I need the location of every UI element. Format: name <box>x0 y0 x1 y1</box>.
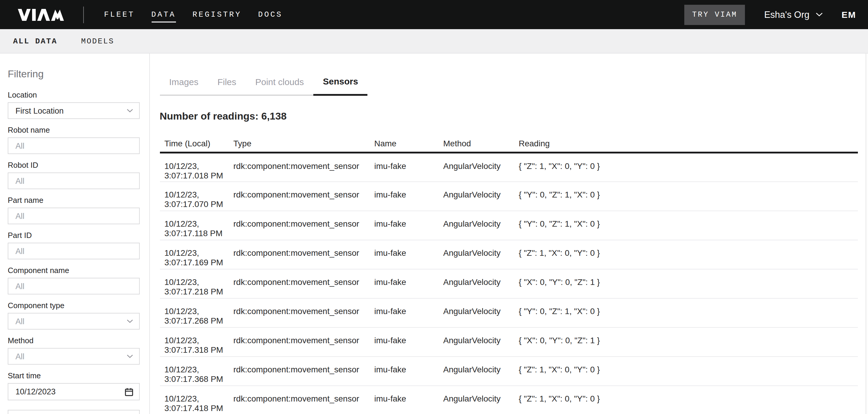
cell-type: rdk:component:movement_sensor <box>228 211 370 240</box>
cell-time-date: 10/12/23, <box>164 306 224 316</box>
cell-method: AngularVelocity <box>438 240 514 269</box>
subnav-item-models[interactable]: MODELS <box>81 37 115 46</box>
table-row: 10/12/23, 3:07:17.368 PM rdk:component:m… <box>160 356 858 385</box>
cell-reading: { "X": 0, "Y": 0, "Z": 1 } <box>514 269 858 298</box>
table-header-row: Time (Local) Type Name Method Reading <box>160 138 858 152</box>
component-type-select[interactable]: All <box>8 313 140 329</box>
location-select[interactable]: First Location <box>8 102 140 119</box>
cell-name: imu-fake <box>370 269 438 298</box>
filter-part-id: Part ID <box>8 231 140 259</box>
cell-time-date: 10/12/23, <box>164 218 224 228</box>
sensor-readings-table: Time (Local) Type Name Method Reading 10… <box>160 138 858 414</box>
calendar-icon[interactable] <box>125 387 133 396</box>
cell-type: rdk:component:movement_sensor <box>228 385 370 414</box>
cell-type: rdk:component:movement_sensor <box>228 181 370 211</box>
avatar[interactable]: EM <box>841 9 856 20</box>
cell-time-clock: 3:07:17.318 PM <box>164 345 224 354</box>
readings-label: Number of readings: <box>160 110 259 122</box>
cell-name: imu-fake <box>370 181 438 211</box>
method-label: Method <box>8 337 140 345</box>
method-select[interactable]: All <box>8 348 140 365</box>
data-type-tabs: Images Files Point clouds Sensors <box>160 76 858 95</box>
nav-item-data[interactable]: DATA <box>151 6 176 23</box>
robot-id-input[interactable] <box>8 173 140 189</box>
filter-start-time: Start time 10/12/2023 03:07:00 PM <box>8 372 140 414</box>
org-name: Esha's Org <box>764 9 809 20</box>
table-row: 10/12/23, 3:07:17.268 PM rdk:component:m… <box>160 298 858 327</box>
subnav-item-all-data[interactable]: ALL DATA <box>13 37 57 46</box>
component-name-input[interactable] <box>8 278 140 294</box>
cell-time-date: 10/12/23, <box>164 393 224 403</box>
cell-type: rdk:component:movement_sensor <box>228 356 370 385</box>
cell-time-date: 10/12/23, <box>164 189 224 199</box>
chevron-down-icon <box>127 355 133 358</box>
cell-reading: { "Y": 0, "Z": 1, "X": 0 } <box>514 181 858 211</box>
cell-type: rdk:component:movement_sensor <box>228 327 370 356</box>
tab-files[interactable]: Files <box>208 76 246 95</box>
robot-name-label: Robot name <box>8 126 140 134</box>
start-date-value: 10/12/2023 <box>16 387 56 396</box>
column-header-reading: Reading <box>514 138 858 152</box>
table-row: 10/12/23, 3:07:17.070 PM rdk:component:m… <box>160 181 858 211</box>
viam-logo[interactable] <box>17 9 67 21</box>
cell-time-date: 10/12/23, <box>164 161 224 170</box>
cell-method: AngularVelocity <box>438 211 514 240</box>
start-date-input[interactable]: 10/12/2023 <box>8 383 140 400</box>
tab-images[interactable]: Images <box>160 76 208 95</box>
tab-sensors[interactable]: Sensors <box>313 76 367 96</box>
cell-time-date: 10/12/23, <box>164 248 224 257</box>
nav-item-registry[interactable]: REGISTRY <box>192 6 241 23</box>
part-name-input[interactable] <box>8 208 140 224</box>
start-time-input[interactable]: 03:07:00 PM <box>8 410 140 414</box>
filter-component-type: Component type All <box>8 302 140 329</box>
cell-time-clock: 3:07:17.418 PM <box>164 403 224 413</box>
column-header-method: Method <box>438 138 514 152</box>
cell-type: rdk:component:movement_sensor <box>228 152 370 181</box>
readings-summary: Number of readings: 6,138 <box>160 110 858 123</box>
chevron-down-icon <box>127 109 133 112</box>
filter-location: Location First Location <box>8 91 140 119</box>
org-switcher[interactable]: Esha's Org <box>764 9 823 20</box>
component-type-label: Component type <box>8 302 140 309</box>
column-header-time: Time (Local) <box>160 138 228 152</box>
cell-time-date: 10/12/23, <box>164 277 224 287</box>
cell-type: rdk:component:movement_sensor <box>228 269 370 298</box>
viam-data-app: FLEET DATA REGISTRY DOCS TRY VIAM Esha's… <box>0 0 868 414</box>
cell-name: imu-fake <box>370 327 438 356</box>
part-id-input[interactable] <box>8 243 140 259</box>
cell-reading: { "Z": 1, "X": 0, "Y": 0 } <box>514 356 858 385</box>
robot-id-label: Robot ID <box>8 161 140 169</box>
table-row: 10/12/23, 3:07:17.418 PM rdk:component:m… <box>160 385 858 414</box>
robot-name-input[interactable] <box>8 138 140 154</box>
method-value: All <box>16 352 24 361</box>
table-row: 10/12/23, 3:07:17.169 PM rdk:component:m… <box>160 240 858 269</box>
sub-nav: ALL DATA MODELS <box>0 29 868 54</box>
column-header-name: Name <box>370 138 438 152</box>
nav-item-fleet[interactable]: FLEET <box>104 6 135 23</box>
readings-count: 6,138 <box>261 110 286 122</box>
cell-name: imu-fake <box>370 211 438 240</box>
cell-time: 10/12/23, 3:07:17.218 PM <box>160 269 228 298</box>
filtering-heading: Filtering <box>8 68 140 81</box>
table-row: 10/12/23, 3:07:17.318 PM rdk:component:m… <box>160 327 858 356</box>
cell-time-clock: 3:07:17.218 PM <box>164 287 224 296</box>
filter-method: Method All <box>8 337 140 365</box>
cell-time: 10/12/23, 3:07:17.318 PM <box>160 327 228 356</box>
location-label: Location <box>8 91 140 99</box>
try-viam-button[interactable]: TRY VIAM <box>685 4 745 25</box>
filter-sidebar: Filtering Location First Location Robot … <box>0 54 150 414</box>
nav-item-docs[interactable]: DOCS <box>258 6 282 23</box>
cell-time-clock: 3:07:17.018 PM <box>164 170 224 180</box>
cell-name: imu-fake <box>370 356 438 385</box>
tab-point-clouds[interactable]: Point clouds <box>246 76 313 95</box>
cell-reading: { "Z": 1, "X": 0, "Y": 0 } <box>514 385 858 414</box>
scrollbar-track[interactable] <box>866 54 868 414</box>
cell-type: rdk:component:movement_sensor <box>228 240 370 269</box>
cell-method: AngularVelocity <box>438 181 514 211</box>
cell-method: AngularVelocity <box>438 269 514 298</box>
cell-reading: { "Z": 1, "X": 0, "Y": 0 } <box>514 240 858 269</box>
filter-robot-id: Robot ID <box>8 161 140 189</box>
cell-time-clock: 3:07:17.368 PM <box>164 374 224 383</box>
cell-method: AngularVelocity <box>438 327 514 356</box>
column-header-type: Type <box>228 138 370 152</box>
